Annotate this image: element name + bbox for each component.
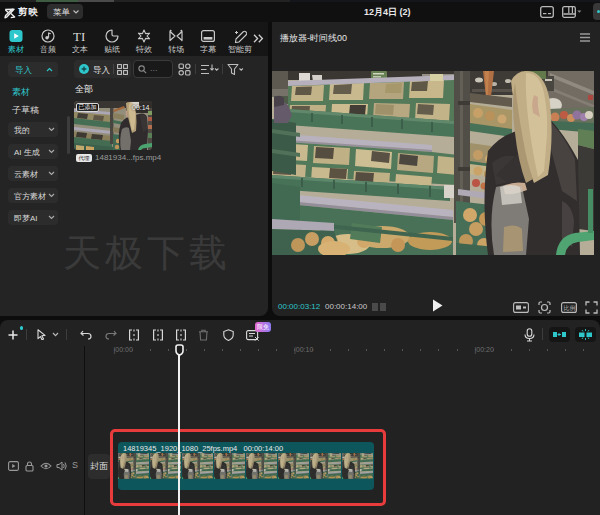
svg-text:比例: 比例 (563, 305, 575, 312)
svg-text:TI: TI (73, 29, 85, 43)
